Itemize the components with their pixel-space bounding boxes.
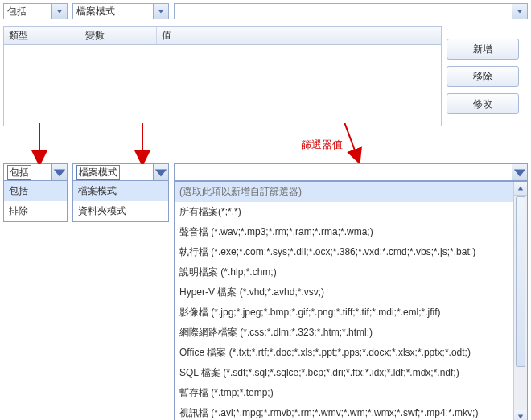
chevron-down-icon[interactable] (51, 4, 67, 19)
chevron-down-icon[interactable] (512, 4, 527, 19)
col-value[interactable]: 值 (157, 27, 441, 44)
list-item[interactable]: Hyper-V 檔案 (*.vhd;*.avhd;*.vsv;) (175, 282, 527, 303)
grid-body[interactable] (4, 45, 441, 126)
scrollbar[interactable] (513, 182, 527, 420)
list-item[interactable]: 聲音檔 (*.wav;*.mp3;*.rm;*.ram;*.rma;*.wma;… (175, 222, 527, 242)
list-item[interactable]: Office 檔案 (*.txt;*.rtf;*.doc;*.xls;*.ppt… (175, 343, 527, 363)
filter-name-options: 包括 排除 (4, 181, 67, 221)
col-type[interactable]: 類型 (4, 27, 80, 44)
option-custom-filter[interactable]: (選取此項以新增自訂篩選器) (175, 182, 527, 202)
filters-grid: 類型 變數 值 (3, 26, 442, 126)
filter-mode-selected: 檔案模式 (76, 165, 120, 180)
col-var[interactable]: 變數 (80, 27, 157, 44)
chevron-down-icon[interactable] (153, 4, 168, 19)
top-filter-name-select[interactable]: 包括 (3, 3, 68, 19)
list-item[interactable]: 視訊檔 (*.avi;*.mpg;*.rmvb;*.rm;*.wmv;*.wm;… (175, 403, 527, 420)
scroll-down-icon[interactable] (514, 410, 527, 420)
filter-value-select-open[interactable] (175, 164, 527, 180)
grid-header: 類型 變數 值 (4, 27, 441, 45)
list-item[interactable]: 說明檔案 (*.hlp;*.chm;) (175, 262, 527, 282)
option-include[interactable]: 包括 (4, 181, 67, 201)
top-filter-mode-value: 檔案模式 (76, 5, 115, 19)
option-folder-mode[interactable]: 資料夾模式 (73, 201, 168, 221)
chevron-down-icon[interactable] (512, 164, 527, 180)
scroll-up-icon[interactable] (514, 182, 527, 196)
scroll-thumb[interactable] (516, 196, 525, 367)
chevron-down-icon[interactable] (153, 164, 168, 180)
remove-button[interactable]: 移除 (447, 66, 519, 87)
chevron-down-icon[interactable] (51, 164, 67, 180)
option-file-mode[interactable]: 檔案模式 (73, 181, 168, 201)
option-exclude[interactable]: 排除 (4, 201, 67, 221)
label-filter-value: 篩選器值 (301, 138, 343, 152)
list-item[interactable]: 所有檔案(*;*.*) (175, 202, 527, 222)
list-item[interactable]: 影像檔 (*.jpg;*.jpeg;*.bmp;*.gif;*.png;*.ti… (175, 303, 527, 323)
filter-name-select-open[interactable]: 包括 包括 排除 (3, 163, 68, 222)
top-filter-name-value: 包括 (7, 5, 27, 19)
filter-mode-options: 檔案模式 資料夾模式 (73, 181, 168, 221)
list-item[interactable]: 暫存檔 (*.tmp;*.temp;) (175, 383, 527, 403)
top-filter-value-select[interactable] (174, 3, 528, 19)
list-item[interactable]: 網際網路檔案 (*.css;*.dlm;*.323;*.htm;*.html;) (175, 323, 527, 343)
top-filter-mode-select[interactable]: 檔案模式 (72, 3, 169, 19)
add-button[interactable]: 新增 (447, 39, 519, 60)
filter-name-selected: 包括 (7, 165, 31, 180)
filter-mode-select-open[interactable]: 檔案模式 檔案模式 資料夾模式 (72, 163, 169, 222)
modify-button[interactable]: 修改 (447, 93, 519, 114)
filter-value-options: (選取此項以新增自訂篩選器) 所有檔案(*;*.*) 聲音檔 (*.wav;*.… (174, 181, 528, 420)
list-item[interactable]: SQL 檔案 (*.sdf;*.sql;*.sqlce;*.bcp;*.dri;… (175, 363, 527, 383)
svg-line-2 (309, 123, 357, 157)
list-item[interactable]: 執行檔 (*.exe;*.com;*.sys;*.dll;*.ocx;*.386… (175, 242, 527, 262)
